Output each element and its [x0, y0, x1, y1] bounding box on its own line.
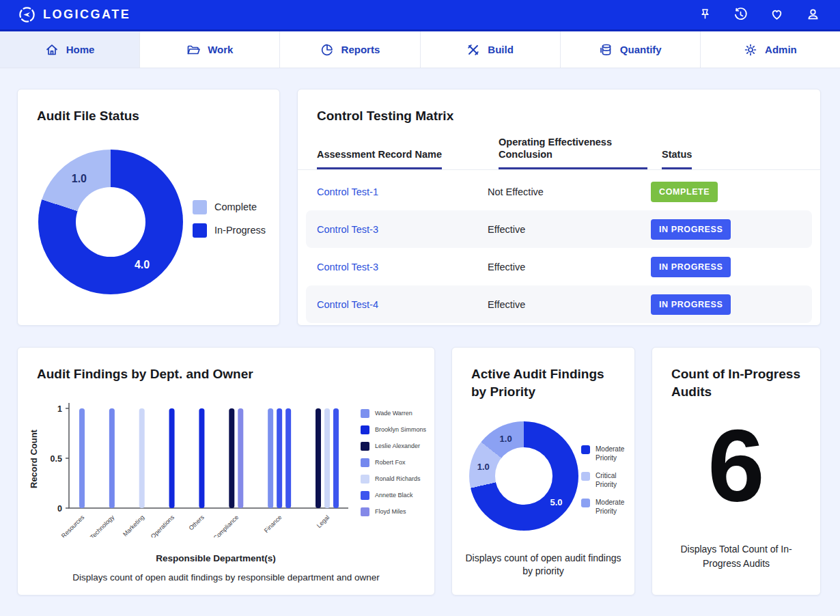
x-tick-label: Compliance — [212, 514, 240, 537]
donut-hole — [495, 447, 552, 504]
tab-quantify[interactable]: Quantify — [561, 31, 701, 68]
legend-swatch — [361, 458, 369, 467]
legend-swatch — [361, 425, 369, 434]
bar — [285, 408, 291, 508]
record-link[interactable]: Control Test-3 — [317, 262, 488, 272]
bar — [333, 408, 339, 508]
donut-hole — [76, 187, 145, 257]
header-actions — [698, 7, 821, 23]
legend-label: Robert Fox — [375, 458, 406, 467]
legend-label: Moderate Priority — [596, 498, 638, 516]
record-link[interactable]: Control Test-1 — [317, 186, 488, 197]
table-row: Control Test-3EffectiveIN PROGRESS — [306, 248, 812, 285]
table-header-row: Assessment Record Name Operating Effecti… — [298, 136, 820, 171]
primary-nav: Home Work Reports Build Quantify Admi — [0, 31, 840, 68]
y-tick-label: 1 — [57, 404, 62, 414]
table-row: Control Test-4EffectiveIN PROGRESS — [306, 285, 812, 323]
card-audit-file-status: Audit File Status 1.04.0 CompleteIn-Prog… — [17, 89, 280, 326]
legend-label: Brooklyn Simmons — [375, 425, 426, 434]
pie-slice-label: 4.0 — [135, 259, 150, 271]
tab-home[interactable]: Home — [0, 31, 140, 68]
logicgate-logo[interactable]: LOGICGATE — [18, 5, 130, 24]
conclusion-cell: Effective — [488, 299, 651, 310]
legend-item: Wade Warren — [361, 409, 426, 418]
y-tick-label: 0.5 — [51, 454, 62, 464]
legend-swatch — [193, 200, 207, 214]
legend-item: In-Progress — [193, 223, 266, 238]
legend-item: Annette Black — [361, 491, 426, 500]
record-link[interactable]: Control Test-4 — [317, 299, 488, 310]
tab-build[interactable]: Build — [421, 31, 561, 68]
conclusion-cell: Effective — [488, 262, 651, 272]
column-header: Operating Effectiveness Conclusion — [499, 136, 662, 170]
gear-icon — [744, 43, 757, 57]
status-cell: IN PROGRESS — [651, 219, 801, 240]
legend-label: Complete — [214, 200, 257, 214]
legend-swatch — [361, 491, 369, 500]
x-tick-label: Legal — [316, 514, 331, 529]
card-audit-findings-bar: Audit Findings by Dept. and Owner Record… — [17, 347, 435, 596]
tab-label: Build — [488, 44, 514, 55]
build-icon — [466, 43, 480, 57]
pin-icon[interactable] — [698, 8, 712, 22]
legend-swatch — [361, 475, 369, 484]
heart-icon[interactable] — [769, 7, 785, 23]
card-active-findings-priority: Active Audit Findings by Priority 5.01.0… — [451, 347, 635, 596]
chart-caption: Displays Total Count of In-Progress Audi… — [652, 542, 820, 570]
card-control-testing-matrix: Control Testing Matrix Assessment Record… — [297, 89, 821, 326]
x-tick-label: Others — [188, 514, 206, 532]
card-title: Active Audit Findings by Priority — [452, 348, 634, 400]
y-tick-label: 0 — [57, 504, 62, 514]
tab-label: Quantify — [620, 44, 662, 55]
x-tick-label: Finance — [263, 514, 283, 534]
table-row: Control Test-1Not EffectiveCOMPLETE — [306, 173, 812, 210]
legend-swatch — [361, 507, 369, 516]
card-title: Audit Findings by Dept. and Owner — [18, 348, 434, 383]
conclusion-cell: Not Effective — [488, 186, 651, 197]
tab-admin[interactable]: Admin — [701, 31, 840, 68]
legend-item: Robert Fox — [361, 458, 426, 467]
status-badge: IN PROGRESS — [651, 219, 731, 240]
x-axis-label: Responsible Department(s) — [45, 553, 387, 563]
tab-reports[interactable]: Reports — [280, 31, 420, 68]
tab-label: Home — [66, 44, 95, 55]
bar — [169, 408, 175, 508]
status-badge: IN PROGRESS — [651, 257, 731, 277]
legend-item: Moderate Priority — [581, 445, 638, 462]
card-title: Audit File Status — [18, 89, 279, 125]
bar — [199, 408, 204, 508]
chart-legend: CompleteIn-Progress — [193, 200, 266, 238]
pie-slice-label: 1.0 — [72, 173, 87, 185]
pie-slice-label: 5.0 — [550, 496, 562, 507]
history-icon[interactable] — [733, 7, 748, 23]
legend-swatch — [581, 445, 590, 454]
legend-label: In-Progress — [214, 223, 266, 238]
legend-item: Leslie Alexander — [361, 442, 426, 451]
card-title: Control Testing Matrix — [298, 89, 820, 125]
bar — [277, 408, 282, 508]
legend-label: Floyd Miles — [375, 507, 406, 516]
bar — [238, 408, 243, 508]
status-cell: IN PROGRESS — [651, 294, 801, 315]
bar — [79, 408, 85, 508]
home-icon — [45, 43, 59, 57]
status-cell: COMPLETE — [651, 182, 801, 202]
legend-swatch — [361, 442, 369, 451]
record-link[interactable]: Control Test-3 — [317, 224, 488, 235]
legend-item: Ronald Richards — [361, 475, 426, 484]
legend-label: Ronald Richards — [375, 475, 421, 484]
tab-label: Reports — [341, 44, 380, 55]
legend-swatch — [361, 409, 369, 418]
column-header: Status — [662, 148, 801, 169]
bar — [109, 408, 115, 508]
logo-text: LOGICGATE — [43, 8, 130, 22]
table-row: Control Test-3EffectiveIN PROGRESS — [306, 210, 812, 248]
bar — [229, 408, 234, 508]
status-cell: IN PROGRESS — [651, 257, 801, 277]
user-icon[interactable] — [805, 7, 821, 23]
app-header: LOGICGATE — [0, 0, 840, 31]
tab-label: Admin — [765, 44, 797, 55]
legend-item: Brooklyn Simmons — [361, 425, 426, 434]
tab-work[interactable]: Work — [140, 31, 280, 68]
legend-swatch — [581, 499, 590, 507]
